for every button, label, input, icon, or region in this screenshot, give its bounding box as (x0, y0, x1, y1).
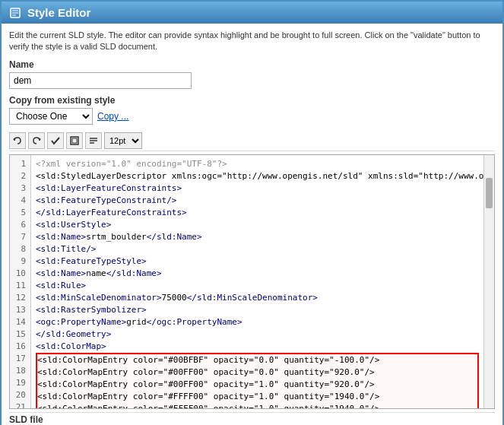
style-editor-window: Style Editor Edit the current SLD style.… (0, 0, 504, 425)
name-input[interactable] (9, 72, 192, 89)
editor-toolbar: 12pt 10pt 14pt (9, 131, 495, 151)
copy-from-section: Choose One Copy ... (9, 108, 495, 125)
code-editor[interactable]: 1234567891011121314151617181920212223242… (9, 154, 495, 409)
description-text: Edit the current SLD style. The editor c… (9, 30, 495, 53)
svg-rect-7 (72, 138, 77, 143)
scrollbar-thumb[interactable] (486, 178, 493, 208)
validate-button[interactable] (47, 132, 64, 149)
name-label: Name (9, 59, 495, 70)
window-title: Style Editor (27, 6, 90, 19)
copy-style-select[interactable]: Choose One (9, 108, 93, 125)
fullscreen-button[interactable] (66, 132, 83, 149)
editor-inner: 1234567891011121314151617181920212223242… (10, 155, 494, 408)
copy-button[interactable]: Copy ... (97, 111, 128, 122)
redo-icon (31, 135, 42, 146)
redo-button[interactable] (28, 132, 45, 149)
undo-icon (12, 135, 23, 146)
format-icon (88, 135, 99, 146)
content-area: Edit the current SLD style. The editor c… (2, 24, 502, 425)
line-numbers: 1234567891011121314151617181920212223242… (10, 155, 31, 408)
undo-button[interactable] (9, 132, 26, 149)
format-button[interactable] (85, 132, 102, 149)
font-size-select[interactable]: 12pt 10pt 14pt (104, 132, 142, 149)
editor-icon (9, 7, 21, 19)
fullscreen-icon (69, 135, 80, 146)
vertical-scrollbar[interactable] (483, 155, 494, 408)
copy-section-label: Copy from existing style (9, 95, 495, 106)
code-content[interactable]: <?xml version="1.0" encoding="UTF-8"?><s… (31, 155, 483, 408)
title-bar: Style Editor (2, 2, 502, 24)
sld-file-label: SLD file (9, 412, 495, 425)
validate-icon (50, 135, 61, 146)
